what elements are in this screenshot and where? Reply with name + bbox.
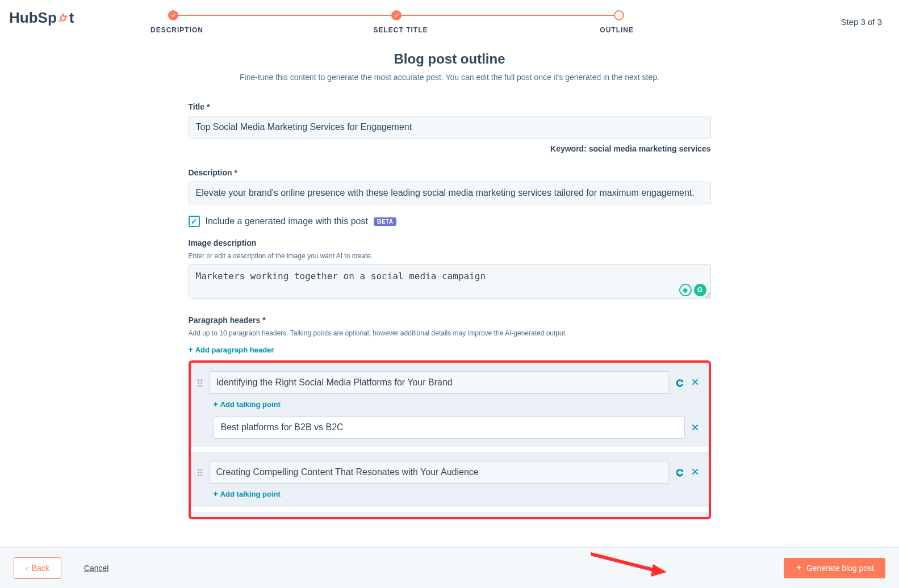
grammarly-icon-2[interactable]: G: [694, 284, 706, 296]
svg-point-3: [58, 20, 60, 22]
plus-icon: +: [214, 489, 218, 498]
step-counter: Step 3 of 3: [841, 17, 882, 27]
paragraph-header-input[interactable]: [209, 371, 669, 394]
add-talking-point-link[interactable]: + Add talking point: [214, 489, 281, 498]
svg-point-1: [62, 13, 64, 15]
page-subtitle: Fine-tune this content to generate the m…: [189, 73, 711, 82]
paragraph-header-block: [191, 513, 709, 519]
logo-text-2: t: [69, 9, 74, 27]
step-label-description: DESCRIPTION: [150, 26, 203, 34]
image-desc-section: Image description Enter or edit a descri…: [189, 238, 711, 301]
talking-point-row: [214, 416, 700, 439]
close-icon[interactable]: [691, 377, 700, 388]
title-section: Title * Keyword: social media marketing …: [189, 102, 711, 153]
paragraph-header-input[interactable]: [209, 461, 669, 484]
description-section: Description *: [189, 168, 711, 204]
top-bar: HubSp t DESCRIPTION SELECT TITLE OUTLINE…: [0, 0, 899, 34]
close-icon[interactable]: [691, 423, 700, 432]
plus-icon: +: [189, 345, 193, 354]
step-dot-description: [168, 10, 178, 20]
image-desc-label: Image description: [189, 238, 711, 247]
sprocket-icon: [57, 12, 69, 24]
close-icon[interactable]: [691, 467, 700, 477]
talking-point-input[interactable]: [214, 416, 685, 439]
keyword-text: Keyword: social media marketing services: [189, 144, 711, 153]
svg-point-2: [65, 15, 67, 17]
refresh-icon[interactable]: [675, 377, 685, 388]
image-desc-textarea[interactable]: [189, 264, 711, 299]
description-label: Description *: [189, 168, 711, 177]
svg-point-0: [61, 15, 65, 20]
refresh-icon[interactable]: [675, 467, 685, 477]
paragraph-headers-section: Paragraph headers * Add up to 10 paragra…: [189, 316, 711, 519]
title-input[interactable]: [189, 116, 711, 138]
drag-handle-icon[interactable]: [196, 469, 203, 476]
paragraph-headers-hint: Add up to 10 paragraph headers. Talking …: [189, 329, 711, 337]
include-image-checkbox[interactable]: ✓: [189, 216, 200, 227]
chevron-left-icon: ‹: [26, 564, 28, 573]
title-label: Title *: [189, 102, 711, 111]
step-label-select-title: SELECT TITLE: [374, 26, 428, 34]
plus-icon: +: [214, 400, 218, 409]
footer-bar: ‹ Back Cancel Generate blog post: [0, 547, 899, 588]
main-content: Blog post outline Fine-tune this content…: [189, 51, 711, 588]
description-input[interactable]: [189, 182, 711, 204]
back-button[interactable]: ‹ Back: [14, 557, 61, 579]
paragraph-header-block: + Add talking point: [191, 363, 709, 447]
grammarly-badges: ◆ G: [679, 284, 706, 296]
sparkle-icon: [795, 564, 803, 572]
grammarly-icon-1[interactable]: ◆: [679, 284, 692, 296]
step-dot-outline: [614, 10, 624, 20]
page-title: Blog post outline: [189, 51, 711, 67]
add-paragraph-header-link[interactable]: + Add paragraph header: [189, 345, 274, 354]
headers-highlight-box: + Add talking point: [189, 360, 711, 519]
step-dot-select-title: [391, 10, 402, 20]
cancel-button[interactable]: Cancel: [73, 558, 120, 578]
add-talking-point-link[interactable]: + Add talking point: [214, 400, 281, 409]
step-label-outline: OUTLINE: [600, 26, 634, 34]
drag-handle-icon[interactable]: [196, 379, 203, 387]
hubspot-logo: HubSp t: [9, 9, 74, 27]
generate-blog-post-button[interactable]: Generate blog post: [784, 558, 885, 578]
beta-badge: BETA: [374, 217, 396, 226]
include-image-label: Include a generated image with this post: [206, 216, 368, 226]
image-desc-hint: Enter or edit a description of the image…: [189, 252, 711, 260]
paragraph-header-block: + Add talking point: [191, 452, 709, 507]
include-image-section: ✓ Include a generated image with this po…: [189, 216, 711, 227]
logo-text-1: HubSp: [9, 9, 57, 27]
paragraph-headers-label: Paragraph headers *: [189, 316, 711, 325]
